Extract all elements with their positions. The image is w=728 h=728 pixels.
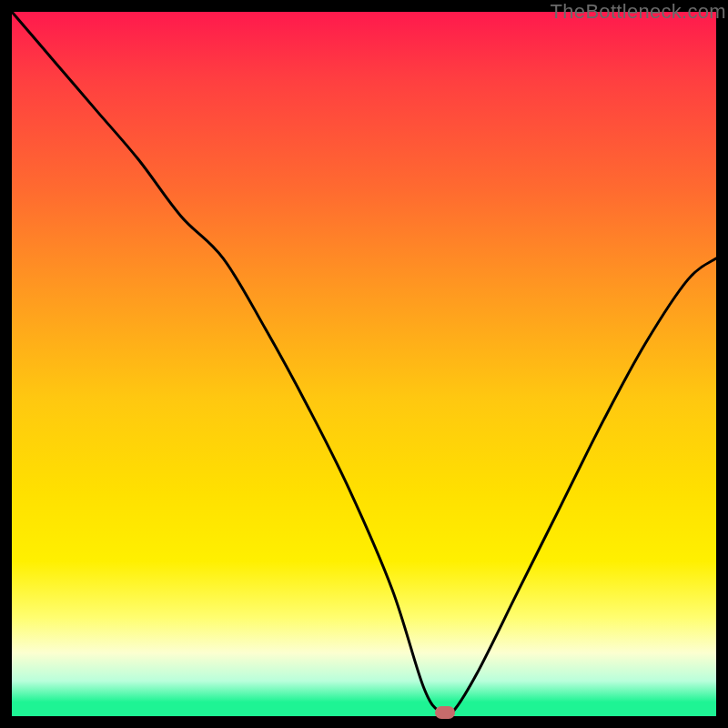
watermark-text: TheBottleneck.com bbox=[551, 0, 726, 24]
bottleneck-curve-path bbox=[12, 12, 716, 717]
chart-frame bbox=[12, 12, 716, 716]
optimal-point-marker bbox=[435, 706, 455, 719]
bottleneck-curve-svg bbox=[12, 12, 716, 716]
